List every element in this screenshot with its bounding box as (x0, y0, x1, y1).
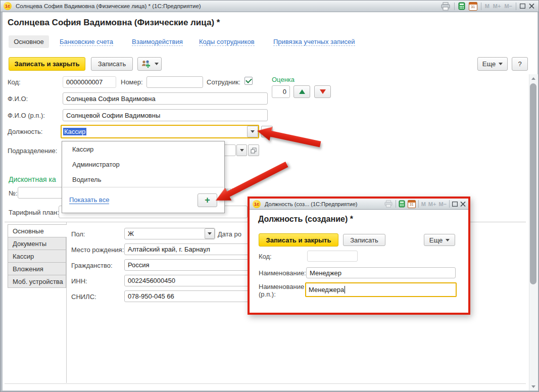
show-all-link[interactable]: Показать все (69, 196, 109, 204)
open-in-window-icon (264, 129, 270, 135)
calendar-icon[interactable]: 31 (469, 2, 477, 11)
snils-label: СНИЛС: (71, 293, 96, 301)
modal-name-field[interactable]: Менеджер (306, 267, 456, 278)
titlebar-separator (454, 3, 455, 10)
rating-up-button[interactable] (293, 85, 310, 98)
birth-place-field[interactable]: Алтайский край, г. Барнаул (124, 243, 257, 255)
employee-checkbox[interactable] (244, 77, 253, 85)
memory-plus-button[interactable]: M+ (493, 3, 501, 9)
memory-minus-button[interactable]: M− (504, 3, 512, 9)
rating-down-button[interactable] (314, 85, 331, 98)
1c-logo-icon: 1с (4, 2, 12, 10)
scroll-up-arrow[interactable] (531, 77, 535, 80)
gender-combo[interactable]: Ж (124, 228, 215, 239)
titlebar-separator (481, 3, 481, 10)
discount-card-header: Дисконтная ка (9, 175, 56, 183)
calculator-icon[interactable] (458, 2, 465, 10)
position-dropdown-popup: Кассир Администратор Водитель Показать в… (62, 141, 225, 213)
department-dropdown-button[interactable] (236, 144, 247, 156)
memory-button[interactable]: M (485, 3, 489, 9)
dropdown-item-voditel[interactable]: Водитель (62, 172, 224, 187)
tab-interactions[interactable]: Взаимодействия (132, 38, 183, 46)
help-button[interactable]: ? (512, 57, 528, 71)
titlebar-separator (516, 3, 516, 10)
card-no-label: №: (9, 189, 18, 197)
sidetab-attachments[interactable]: Вложения (8, 262, 66, 275)
app-window: 1с Солнцева София Вадимовна (Физические … (0, 0, 539, 392)
modal-name-rp-field[interactable]: Менеджера (305, 282, 457, 297)
dropdown-item-administrator[interactable]: Администратор (62, 157, 224, 172)
close-icon[interactable] (529, 4, 534, 9)
sidetab-main[interactable]: Основные (8, 224, 67, 237)
maximize-icon[interactable] (520, 4, 525, 9)
sidetab-kassir[interactable]: Кассир (8, 250, 66, 263)
position-field[interactable]: Кассир (61, 125, 259, 138)
number-field[interactable] (146, 76, 203, 88)
modal-name-label: Наименование: (259, 269, 306, 277)
modal-window-title: Должность (соз... (1С:Предприятие) (265, 201, 358, 207)
save-button[interactable]: Записать (91, 57, 133, 71)
position-dropdown-button[interactable] (247, 126, 258, 137)
dropdown-item-kassir[interactable]: Кассир (62, 141, 224, 157)
snils-field[interactable]: 078-950-045 66 (124, 290, 257, 302)
titlebar-separator (449, 200, 450, 208)
create-user-button[interactable] (137, 57, 162, 71)
calculator-icon[interactable] (399, 200, 405, 208)
up-arrow-icon (299, 89, 305, 94)
save-close-button[interactable]: Записать и закрыть (9, 57, 85, 71)
modal-code-field[interactable] (307, 251, 358, 262)
tab-employee-codes[interactable]: Коды сотрудников (199, 38, 255, 46)
rating-field[interactable]: 0 (272, 85, 290, 98)
print-icon[interactable] (440, 2, 451, 11)
modal-code-label: Код: (259, 253, 272, 260)
modal-save-button[interactable]: Записать (343, 234, 385, 246)
fio-rp-field[interactable]: Солнцевой Софии Вадимовны (63, 109, 268, 121)
scrollbar-thumb[interactable] (530, 83, 536, 284)
modal-more-button[interactable]: Еще (424, 234, 455, 246)
sidetab-mobile-devices[interactable]: Моб. устройства (8, 275, 66, 288)
fio-field[interactable]: Солнцева София Вадимовна (63, 92, 268, 105)
main-titlebar: 1с Солнцева София Вадимовна (Физические … (1, 1, 538, 12)
chevron-down-icon (251, 130, 255, 133)
tab-linked-accounts[interactable]: Привязка учетных записей (273, 38, 355, 46)
print-icon[interactable] (384, 200, 393, 208)
department-open-button[interactable] (248, 144, 259, 156)
chevron-down-icon (446, 239, 450, 241)
birth-place-label: Место рождения: (71, 246, 124, 254)
close-icon[interactable] (460, 202, 466, 207)
plus-icon: + (205, 195, 210, 206)
maximize-icon[interactable] (452, 202, 458, 207)
group-bottom-border (5, 383, 526, 384)
modal-save-close-button[interactable]: Записать и закрыть (259, 233, 338, 247)
fio-label: Ф.И.О: (8, 95, 28, 103)
chevron-down-icon (499, 63, 503, 65)
checkmark-icon (246, 77, 252, 83)
code-field[interactable]: 0000000007 (63, 76, 116, 88)
annotation-highlight-frame: 1с Должность (соз... (1С:Предприятие) (248, 197, 470, 315)
memory-minus-button[interactable]: M− (438, 201, 447, 207)
text-cursor (345, 286, 345, 293)
calendar-icon[interactable]: 31 (408, 200, 416, 208)
inn-field[interactable]: 0022456000450 (124, 275, 257, 286)
modal-titlebar: 1с Должность (соз... (1С:Предприятие) (250, 199, 468, 210)
tab-main[interactable]: Основное (9, 35, 49, 48)
tab-bank-accounts[interactable]: Банковские счета (60, 38, 113, 46)
person-add-icon (141, 60, 152, 68)
memory-plus-button[interactable]: M+ (428, 201, 436, 207)
gender-dropdown-button[interactable] (205, 228, 215, 239)
employee-label: Сотрудник: (207, 78, 240, 86)
position-open-button[interactable] (261, 126, 273, 137)
inn-label: ИНН: (71, 277, 87, 285)
fio-rp-label: Ф.И.О (р.п.): (8, 112, 45, 119)
titlebar-separator (418, 200, 419, 208)
memory-button[interactable]: M (421, 201, 426, 207)
sidetab-documents[interactable]: Документы (8, 237, 66, 250)
add-position-button[interactable]: + (198, 193, 217, 207)
number-label: Номер: (121, 78, 143, 86)
more-button[interactable]: Еще (477, 57, 508, 71)
modal-name-rp-label: Наименование (259, 283, 304, 290)
tariff-label: Тарифный план: (9, 209, 59, 216)
scroll-down-arrow[interactable] (531, 385, 535, 388)
1c-logo-icon: 1с (253, 200, 261, 208)
citizenship-field[interactable]: Россия (124, 259, 257, 271)
